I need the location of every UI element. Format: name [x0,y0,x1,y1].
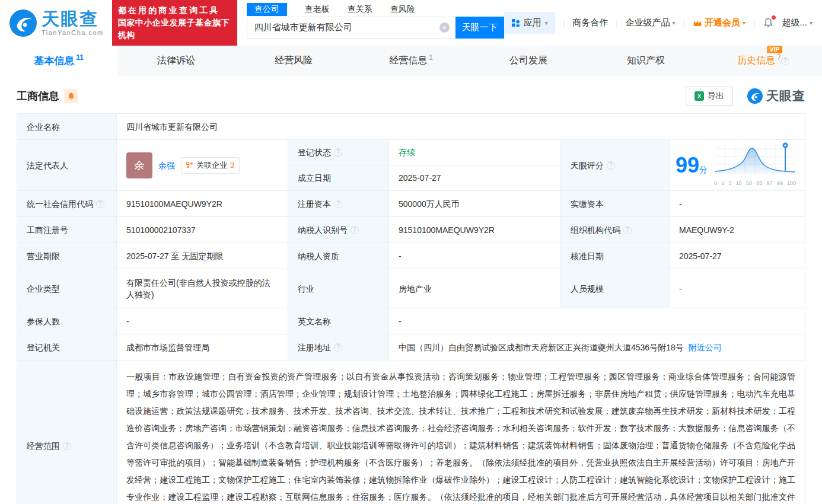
reg-address-label: 注册地址 [288,334,389,361]
english-name-value: - [389,308,805,334]
watermark-logo: 天眼查 [747,88,805,104]
tab-operating-info[interactable]: 经营信息 1 [352,46,470,76]
business-info-table: 企业名称 四川省城市更新有限公司 法定代表人 余 余强 关联企业 3 登记状态 … [17,113,805,504]
vip-badge: VIP [767,46,782,53]
notification-dot [772,15,776,20]
business-term-value: 2025-07-27 至 无固定期限 [117,243,288,269]
clear-icon[interactable]: ✕ [439,23,450,33]
reg-number-value: 510100002107337 [117,217,288,243]
nav-cooperation[interactable]: 商务合作 [572,17,608,28]
question-icon[interactable] [96,200,104,208]
taxpayer-id-label: 纳税人识别号 [288,217,389,243]
search-tab-risk[interactable]: 查风险 [390,3,415,16]
top-header: 天眼查 TianYanCha.com 都在用的商业查询工具 国家中小企业发展子基… [0,0,822,46]
score-value: 99分 013155 [670,140,805,191]
score-number: 99 [676,153,699,177]
legal-rep-label: 法定代表人 [17,140,117,191]
company-name-label: 企业名称 [17,114,117,140]
reg-status-label: 登记状态 [288,140,389,165]
tab-intellectual-property[interactable]: 知识产权 [587,46,705,76]
status-badge: 存续 [399,146,415,158]
alarm-bell-icon [68,92,75,100]
promo-line2: 国家中小企业发展子基金旗下机构 [118,17,231,42]
logo-title: 天眼查 [42,10,104,28]
tianyancha-logo-icon [9,9,37,37]
nav-open-vip[interactable]: 开通会员 ▾ [693,17,745,28]
chevron-down-icon: ▾ [810,20,813,26]
insured-count-value: - [117,308,288,334]
question-icon[interactable] [334,343,342,352]
search-tab-relation[interactable]: 查关系 [348,3,372,16]
tab-label: 经营信息 [389,55,427,67]
tab-label: 法律诉讼 [157,55,195,67]
tab-basic-info[interactable]: 基本信息 11 [0,46,117,76]
excel-icon: x [694,91,704,101]
credit-code-label: 统一社会信用代码 [17,191,117,217]
english-name-label: 英文名称 [288,308,389,334]
establish-date-value: 2025-07-27 [389,165,561,191]
question-icon[interactable] [607,161,615,170]
avatar[interactable]: 余 [126,152,152,178]
super-vip-label: 超级... [782,17,807,28]
approval-date-value: 2025-07-27 [670,243,805,269]
tab-label: 经营风险 [275,55,313,67]
insured-count-label: 参保人数 [17,308,117,334]
nearby-companies-link[interactable]: 附近公司 [689,342,722,353]
tab-count: 7 [777,53,781,62]
tianyancha-logo-icon [747,88,763,104]
export-button[interactable]: x 导出 [686,87,733,106]
logo[interactable]: 天眼查 TianYanCha.com [9,9,104,37]
establish-date-label: 成立日期 [288,165,389,191]
tab-label: 历史信息 [737,55,775,65]
business-info-header: 工商信息 x 导出 天眼查 [17,87,805,106]
legal-rep-name-link[interactable]: 余强 [158,160,175,171]
search-button[interactable]: 天眼一下 [455,17,504,39]
tab-count: 1 [429,53,433,62]
taxpayer-id-value: 91510100MAEQUW9Y2R [389,217,561,243]
apps-menu[interactable]: 应用 ▾ [504,12,555,34]
org-code-value: MAEQUW9Y-2 [670,217,805,243]
company-type-value: 有限责任公司(非自然人投资或控股的法人独资) [117,269,288,308]
search-tab-boss[interactable]: 查老板 [305,3,330,16]
question-icon[interactable] [63,442,71,450]
question-icon[interactable] [334,148,342,157]
tab-legal-proceedings[interactable]: 法律诉讼 [117,46,235,76]
search-input[interactable] [247,17,455,39]
tab-count: 11 [76,53,84,62]
question-icon[interactable] [623,226,632,234]
reg-status-value: 存续 [389,140,561,165]
reg-capital-value: 500000万人民币 [389,191,561,217]
search-tab-company[interactable]: 查公司 [247,3,287,16]
apps-grid-icon [511,18,520,27]
tab-company-development[interactable]: 公司发展 [470,46,587,76]
tab-label: 公司发展 [509,55,547,67]
help-icon[interactable] [781,57,789,65]
company-tabbar: 基本信息 11 法律诉讼 经营风险 经营信息 1 公司发展 知识产权 历史信息 … [0,46,822,76]
question-icon[interactable] [351,226,359,234]
chevron-down-icon: ▾ [743,20,745,26]
subscribe-bell-chip[interactable] [64,89,78,103]
logo-subtitle: TianYanCha.com [42,29,104,36]
search-area: 查公司 查老板 查关系 查风险 ✕ 天眼一下 [247,0,504,39]
chevron-down-icon: ▾ [545,20,548,26]
tab-operating-risk[interactable]: 经营风险 [235,46,352,76]
approval-date-label: 核准日期 [561,243,670,269]
vip-label: 开通会员 [705,17,740,28]
staff-size-label: 人员规模 [561,269,670,308]
nav-separator: | [753,18,755,27]
search-tabs: 查公司 查老板 查关系 查风险 [247,2,504,17]
nav-enterprise[interactable]: 企业级产品 ▾ [626,17,676,28]
nav-super-vip[interactable]: 超级... ▾ [782,17,813,28]
company-type-label: 企业类型 [17,269,117,308]
notification-bell[interactable] [763,17,774,28]
industry-value: 房地产业 [389,269,561,308]
industry-label: 行业 [288,269,389,308]
tab-history-info[interactable]: 历史信息 VIP 7 [705,46,822,76]
related-companies-badge[interactable]: 关联企业 3 [181,157,240,174]
score-axis: 0131550859799100 [713,177,796,189]
business-scope-value: 一般项目：市政设施管理；自有资金投资的资产管理服务；以自有资金从事投资活动；咨询… [117,361,805,504]
reg-capital-label: 注册资本 [288,191,389,217]
staff-size-value: - [670,269,805,308]
enterprise-label: 企业级产品 [626,17,670,28]
question-icon[interactable] [334,200,342,208]
